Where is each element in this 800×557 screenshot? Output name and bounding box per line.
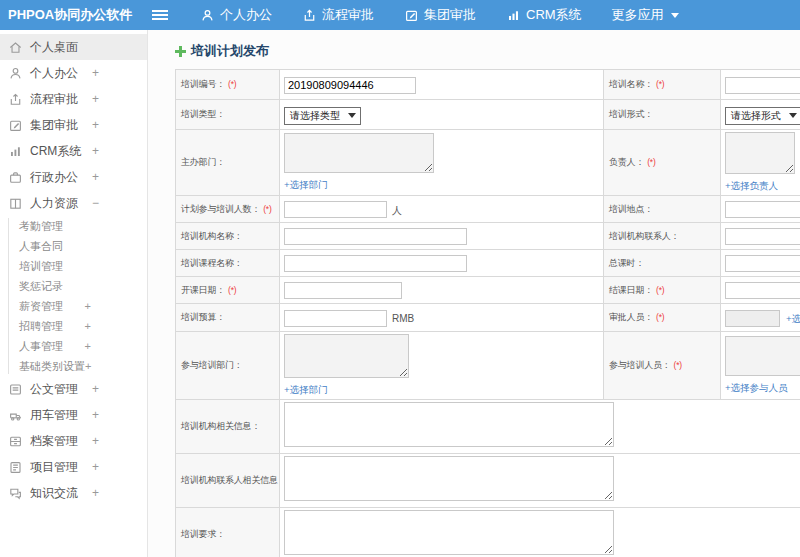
form-row: 培训课程名称： 总课时：: [176, 250, 800, 277]
training-no-input[interactable]: [284, 77, 416, 94]
process-icon: [8, 92, 23, 107]
requirements-textarea[interactable]: [284, 510, 614, 555]
org-contact-input[interactable]: [725, 228, 800, 245]
total-hours-input[interactable]: [725, 255, 800, 272]
leader-textarea[interactable]: [725, 132, 795, 174]
sidebar-item-admin-office[interactable]: 行政办公 +: [0, 164, 147, 190]
sidebar-item-group-approval[interactable]: 集团审批 +: [0, 112, 147, 138]
topnav-crm[interactable]: CRM系统: [506, 6, 582, 24]
join-people-textarea[interactable]: [725, 336, 800, 376]
approval-icon: [404, 8, 419, 23]
required-marker: (*): [656, 79, 664, 89]
caret-down-icon: [348, 113, 356, 118]
form-row: 培训要求：: [176, 508, 800, 557]
caret-down-icon: [671, 13, 679, 18]
sidebar-item-archive[interactable]: 档案管理 +: [0, 428, 147, 454]
sidebar-item-personal-office[interactable]: 个人办公 +: [0, 60, 147, 86]
page-title: 培训计划发布: [175, 42, 800, 60]
sidebar-item-desktop[interactable]: 个人桌面: [0, 34, 147, 60]
form-row: 培训编号：(*) 培训名称：(*): [176, 70, 800, 100]
approver-input[interactable]: [725, 310, 780, 327]
form-row: 计划参与培训人数：(*) 人 培训地点：: [176, 196, 800, 223]
topnav-group-approval[interactable]: 集团审批: [404, 6, 476, 24]
form-row: 培训机构名称： 培训机构联系人：: [176, 223, 800, 250]
menu-toggle-icon[interactable]: [152, 8, 168, 22]
select-dept-link[interactable]: +选择部门: [284, 384, 599, 397]
budget-input[interactable]: [284, 310, 387, 327]
main-content: 培训计划发布 培训编号：(*) 培训名称：(*) 培训类型： 请选择类型 培训形…: [148, 30, 800, 557]
required-marker: (*): [656, 312, 664, 322]
sidebar-item-knowledge[interactable]: 知识交流 +: [0, 480, 147, 506]
planned-count-input[interactable]: [284, 201, 387, 218]
project-icon: [8, 460, 23, 475]
plus-icon: [175, 46, 186, 57]
topbar: PHPOA协同办公软件 个人办公 流程审批 集团审批 CRM系统 更多应用: [0, 0, 800, 30]
required-marker: (*): [647, 157, 655, 167]
chart-icon: [8, 144, 23, 159]
form-row: 培训机构相关信息：: [176, 400, 800, 454]
start-date-input[interactable]: [284, 282, 402, 299]
sidebar-subitem-recruit[interactable]: 招聘管理+: [0, 316, 147, 336]
join-dept-textarea[interactable]: [284, 334, 409, 378]
sidebar-subitem-base-category[interactable]: 基础类别设置+: [0, 356, 147, 376]
doc-icon: [8, 382, 23, 397]
user-icon: [200, 8, 215, 23]
sidebar-subitem-salary[interactable]: 薪资管理+: [0, 296, 147, 316]
org-name-input[interactable]: [284, 228, 467, 245]
app-title: PHPOA协同办公软件: [8, 6, 138, 24]
org-contact-info-textarea[interactable]: [284, 456, 614, 501]
chart-icon: [506, 8, 521, 23]
select-leader-link[interactable]: +选择负责人: [725, 180, 800, 193]
sidebar-subitem-training[interactable]: 培训管理: [0, 256, 147, 276]
sidebar-item-hr[interactable]: 人力资源 −: [0, 190, 147, 216]
unit-label: 人: [392, 205, 402, 216]
form-row: 参与培训部门： +选择部门 参与培训人员：(*) +选择参与人员: [176, 332, 800, 400]
end-date-input[interactable]: [725, 282, 800, 299]
training-type-select[interactable]: 请选择类型: [284, 107, 361, 125]
topnav-personal-office[interactable]: 个人办公: [200, 6, 272, 24]
approval-icon: [8, 118, 23, 133]
sidebar-item-documents[interactable]: 公文管理 +: [0, 376, 147, 402]
sidebar-item-project[interactable]: 项目管理 +: [0, 454, 147, 480]
topnav-process-approval[interactable]: 流程审批: [302, 6, 374, 24]
host-dept-textarea[interactable]: [284, 133, 434, 173]
required-marker: (*): [228, 285, 236, 295]
briefcase-icon: [8, 170, 23, 185]
sidebar-subitem-hr-contract[interactable]: 人事合同: [0, 236, 147, 256]
select-dept-link[interactable]: +选择部门: [284, 179, 599, 192]
home-icon: [8, 40, 23, 55]
form-row: 开课日期：(*) 结课日期：(*): [176, 277, 800, 304]
required-marker: (*): [656, 285, 664, 295]
user-icon: [8, 66, 23, 81]
car-icon: [8, 408, 23, 423]
form-row: 培训类型： 请选择类型 培训形式： 请选择形式: [176, 100, 800, 130]
sidebar-subitem-reward-record[interactable]: 奖惩记录: [0, 276, 147, 296]
sidebar-subitem-personnel[interactable]: 人事管理+: [0, 336, 147, 356]
top-navigation: 个人办公 流程审批 集团审批 CRM系统 更多应用: [200, 6, 709, 24]
location-input[interactable]: [725, 201, 800, 218]
select-join-people-link[interactable]: +选择参与人员: [725, 382, 800, 395]
chat-icon: [8, 486, 23, 501]
course-name-input[interactable]: [284, 255, 467, 272]
org-info-textarea[interactable]: [284, 402, 614, 447]
currency-label: RMB: [392, 313, 414, 324]
form-row: 培训预算： RMB 审批人员：(*) +选择审批人员: [176, 304, 800, 332]
select-approver-link[interactable]: +选择审批人员: [786, 313, 800, 324]
sidebar: 个人桌面 个人办公 + 流程审批 + 集团审批 + CRM系统 + 行政办公 +: [0, 30, 148, 557]
required-marker: (*): [228, 79, 236, 89]
training-mode-select[interactable]: 请选择形式: [725, 107, 800, 125]
topnav-more-apps[interactable]: 更多应用: [612, 6, 679, 24]
training-plan-form: 培训编号：(*) 培训名称：(*) 培训类型： 请选择类型 培训形式： 请选择形…: [175, 69, 800, 557]
required-marker: (*): [674, 360, 682, 370]
caret-down-icon: [789, 113, 797, 118]
training-name-input[interactable]: [725, 77, 800, 94]
sidebar-item-vehicle[interactable]: 用车管理 +: [0, 402, 147, 428]
process-icon: [302, 8, 317, 23]
sidebar-item-crm[interactable]: CRM系统 +: [0, 138, 147, 164]
sidebar-item-process-approval[interactable]: 流程审批 +: [0, 86, 147, 112]
hr-submenu: 考勤管理 人事合同 培训管理 奖惩记录 薪资管理+ 招聘管理+ 人事管理+ 基础…: [0, 216, 147, 376]
archive-icon: [8, 434, 23, 449]
sidebar-subitem-attendance[interactable]: 考勤管理: [0, 216, 147, 236]
hr-icon: [8, 196, 23, 211]
required-marker: (*): [263, 204, 271, 214]
